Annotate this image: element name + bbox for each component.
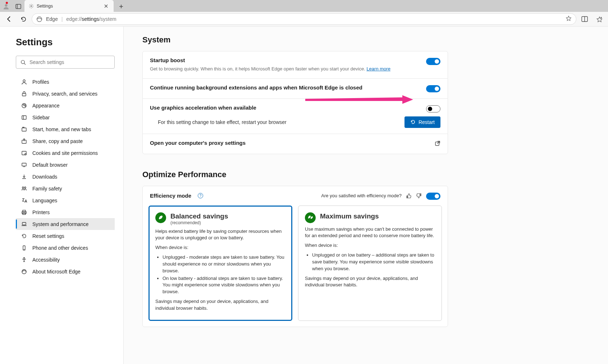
proxy-row[interactable]: Open your computer's proxy settings	[143, 134, 448, 154]
profile-button[interactable]	[1, 1, 12, 12]
new-tab-button[interactable]	[116, 1, 127, 12]
laptop-icon	[21, 221, 27, 227]
brush-icon	[21, 103, 27, 109]
sidebar-item-appearance[interactable]: Appearance	[16, 100, 115, 111]
balanced-savings-card[interactable]: Balanced savings (recommended) Helps ext…	[148, 206, 292, 321]
sidebar-item-cookies-and-site-permissions[interactable]: Cookies and site permissions	[16, 147, 115, 159]
sidebar-item-label: Start, home, and new tabs	[32, 126, 91, 132]
sidebar-item-label: Phone and other devices	[32, 245, 88, 251]
settings-content: Settings ProfilesPrivacy, search, and se…	[0, 27, 608, 364]
sidebar-item-downloads[interactable]: Downloads	[16, 171, 115, 183]
arrow-left-icon	[6, 16, 12, 22]
background-apps-toggle[interactable]	[426, 85, 440, 92]
language-icon	[21, 198, 27, 203]
sidebar-item-sidebar[interactable]: Sidebar	[16, 111, 115, 123]
omnibox-url: edge://settings/system	[66, 16, 116, 22]
sidebar-item-label: Languages	[32, 198, 57, 203]
maximum-when: When device is:	[305, 242, 435, 249]
svg-point-15	[24, 105, 25, 105]
restart-button[interactable]: Restart	[404, 116, 440, 128]
sidebar-item-default-browser[interactable]: Default browser	[16, 159, 115, 171]
thumbs-down-button[interactable]	[416, 193, 422, 199]
maximum-desc: Use maximum savings when you can't be co…	[305, 226, 435, 240]
help-icon[interactable]: ?	[198, 193, 203, 198]
reset-icon	[21, 233, 27, 239]
lock-icon	[21, 91, 27, 97]
gpu-accel-row: Use graphics acceleration when available	[143, 98, 448, 116]
efficiency-feedback-prompt: Are you satisfied with efficiency mode?	[321, 193, 402, 198]
split-screen-button[interactable]	[579, 13, 591, 25]
edge-icon	[21, 269, 27, 275]
proxy-title: Open your computer's proxy settings	[150, 140, 435, 146]
collections-icon	[596, 16, 602, 22]
svg-point-4	[37, 17, 42, 22]
tabs-icon	[21, 126, 27, 132]
sidebar-item-phone-and-other-devices[interactable]: Phone and other devices	[16, 242, 115, 254]
sidebar-item-languages[interactable]: Languages	[16, 194, 115, 206]
svg-point-34	[24, 257, 25, 258]
balanced-desc: Helps extend battery life by saving comp…	[155, 228, 285, 242]
accessibility-icon	[21, 257, 27, 263]
phone-icon	[21, 245, 27, 251]
maximum-title: Maximum savings	[320, 212, 379, 220]
learn-more-link[interactable]: Learn more	[366, 66, 390, 72]
maximum-savings-card[interactable]: Maximum savings Use maximum savings when…	[298, 206, 442, 321]
efficiency-options: Balanced savings (recommended) Helps ext…	[143, 206, 448, 327]
screen-icon	[21, 162, 27, 168]
restart-icon	[410, 119, 416, 125]
tab-actions-button[interactable]	[12, 1, 24, 12]
balanced-footer: Savings may depend on your device, appli…	[155, 298, 285, 312]
sidebar-item-reset-settings[interactable]: Reset settings	[16, 230, 115, 242]
back-button[interactable]	[3, 13, 15, 25]
person-icon	[3, 3, 10, 10]
background-apps-row: Continue running background extensions a…	[143, 78, 448, 98]
startup-boost-title: Startup boost	[150, 57, 426, 63]
performance-section-heading: Optimize Performance	[142, 170, 448, 179]
efficiency-mode-toggle[interactable]	[426, 193, 440, 200]
tab-actions-icon	[15, 4, 21, 9]
thumbs-up-button[interactable]	[406, 193, 412, 199]
sidebar-item-share-copy-and-paste[interactable]: Share, copy and paste	[16, 135, 115, 147]
svg-point-14	[23, 105, 24, 105]
sidebar-item-family-safety[interactable]: Family safety	[16, 183, 115, 194]
collections-button[interactable]	[593, 13, 605, 25]
browser-tab[interactable]: Settings	[24, 0, 114, 12]
balanced-title: Balanced savings	[170, 212, 228, 220]
search-settings-box[interactable]	[16, 56, 115, 69]
sidebar-item-label: Family safety	[32, 186, 62, 192]
svg-rect-12	[22, 93, 26, 96]
cookie-icon	[21, 150, 27, 156]
svg-point-22	[25, 153, 26, 155]
sidebar-item-accessibility[interactable]: Accessibility	[16, 254, 115, 266]
sidebar-item-privacy-search-and-services[interactable]: Privacy, search, and services	[16, 88, 115, 100]
sidebar-item-label: Profiles	[32, 79, 49, 85]
sidebar-item-label: Downloads	[32, 174, 57, 180]
gear-icon	[29, 4, 34, 9]
sidebar-item-profiles[interactable]: Profiles	[16, 76, 115, 88]
edge-logo-icon	[36, 16, 42, 22]
leaf-icon	[155, 212, 166, 223]
favorite-button[interactable]	[566, 15, 572, 23]
svg-point-3	[31, 5, 32, 7]
gpu-restart-note: For this setting change to take effect, …	[158, 119, 404, 125]
search-settings-input[interactable]	[29, 59, 110, 65]
omnibox-edge-label: Edge	[46, 16, 58, 22]
sidebar-item-printers[interactable]: Printers	[16, 206, 115, 218]
svg-rect-1	[16, 4, 21, 9]
background-apps-title: Continue running background extensions a…	[150, 84, 426, 91]
sidebar-item-system-and-performance[interactable]: System and performance	[16, 218, 115, 230]
svg-point-26	[24, 187, 26, 188]
efficiency-mode-row: Efficiency mode ? Are you satisfied with…	[143, 186, 448, 206]
sidebar-item-about-microsoft-edge[interactable]: About Microsoft Edge	[16, 266, 115, 277]
star-icon	[566, 15, 572, 22]
split-screen-icon	[581, 16, 588, 22]
sidebar-item-start-home-and-new-tabs[interactable]: Start, home, and new tabs	[16, 123, 115, 135]
startup-boost-toggle[interactable]	[426, 58, 440, 65]
address-bar[interactable]: Edge | edge://settings/system	[32, 13, 576, 25]
close-tab-button[interactable]	[102, 2, 110, 10]
refresh-button[interactable]	[17, 13, 29, 25]
tab-strip: Settings	[0, 0, 608, 12]
gpu-accel-toggle[interactable]	[426, 105, 440, 112]
sidebar-item-label: About Microsoft Edge	[32, 269, 81, 275]
sidebar-icon	[21, 115, 27, 120]
